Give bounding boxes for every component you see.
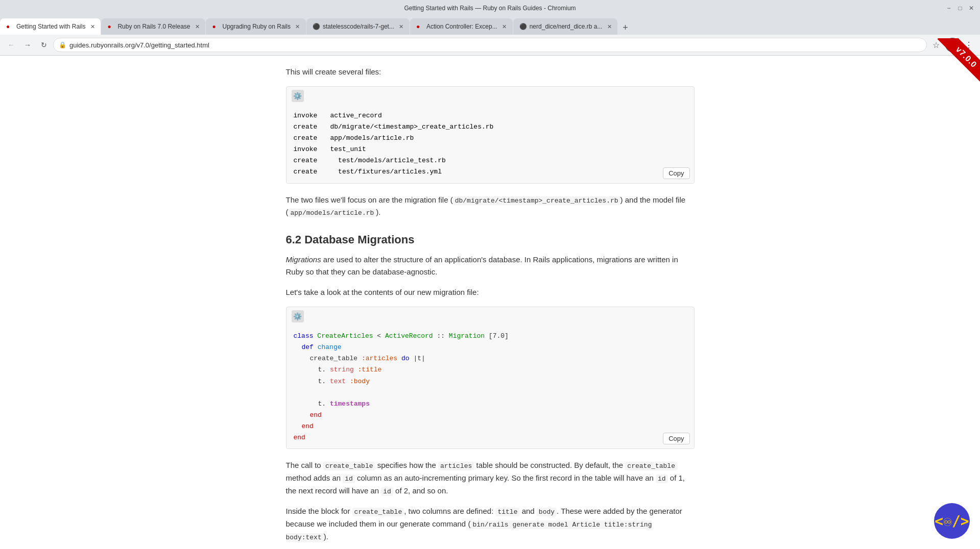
gear-icon: ⚙️ bbox=[292, 90, 304, 102]
bookmark-button[interactable]: ☆ bbox=[929, 38, 943, 52]
intro-para: This will create several files: bbox=[286, 66, 695, 78]
tab-label-4: statelesscode/rails-7-get... bbox=[323, 23, 394, 30]
anarchist-logo: <♾/> bbox=[934, 503, 970, 539]
ruby-line-3: create_table :articles do |t| bbox=[294, 353, 687, 364]
create-table-code-2: create_table bbox=[625, 462, 677, 470]
code-block-1: ⚙️ invoke active_record create db/migrat… bbox=[286, 86, 695, 184]
tab-close-6[interactable]: ✕ bbox=[605, 22, 613, 31]
tab-close-1[interactable]: ✕ bbox=[88, 22, 97, 31]
id-code-2: id bbox=[656, 475, 668, 483]
ruby-line-blank bbox=[294, 387, 687, 398]
address-bar: ← → ↻ 🔒 guides.rubyonrails.org/v7.0/gett… bbox=[0, 35, 980, 55]
id-code-1: id bbox=[343, 475, 355, 483]
code-block-2-header: ⚙️ bbox=[286, 307, 694, 326]
create-table-code-3: create_table bbox=[352, 508, 404, 516]
para-3: The call to create_table specifies how t… bbox=[286, 459, 695, 497]
migrations-italic: Migrations bbox=[286, 255, 321, 264]
tab-close-3[interactable]: ✕ bbox=[294, 22, 302, 31]
anarchist-logo-icon: <♾/> bbox=[935, 513, 969, 530]
ruby-line-6: t. timestamps bbox=[294, 398, 687, 410]
articles-code-1: articles bbox=[438, 462, 474, 470]
migrations-intro-para: Migrations are used to alter the structu… bbox=[286, 254, 695, 278]
tab-label-5: Action Controller: Excep... bbox=[426, 23, 497, 30]
para-1: The two files we'll focus on are the mig… bbox=[286, 194, 695, 219]
code-line-1: invoke active_record bbox=[294, 110, 687, 121]
model-file-code: app/models/article.rb bbox=[289, 209, 376, 217]
tab-favicon-6: ⚫ bbox=[519, 23, 527, 30]
create-table-code-1: create_table bbox=[323, 462, 375, 470]
para-2-text: Let's take a look at the contents of our… bbox=[286, 288, 479, 296]
ruby-line-4: t. string :title bbox=[294, 364, 687, 376]
tab-label-6: nerd_dice/nerd_dice.rb a... bbox=[530, 23, 603, 30]
forward-button[interactable]: → bbox=[20, 38, 35, 52]
copy-button-2[interactable]: Copy bbox=[663, 433, 689, 444]
tab-label-1: Getting Started with Rails bbox=[16, 23, 85, 30]
address-bar-right: ☆ 👤 ⋮ bbox=[929, 38, 976, 52]
code-line-3: create app/models/article.rb bbox=[294, 133, 687, 144]
tab-favicon-1: ● bbox=[6, 23, 13, 30]
window-title: Getting Started with Rails — Ruby on Rai… bbox=[404, 5, 576, 12]
generate-cmd-code: bin/rails generate model Article title:s… bbox=[286, 520, 652, 542]
tab-label-2: Ruby on Rails 7.0 Release bbox=[117, 23, 190, 30]
code-block-2: ⚙️ class CreateArticles < ActiveRecord :… bbox=[286, 307, 695, 449]
para-2: Let's take a look at the contents of our… bbox=[286, 286, 695, 298]
tab-rails-release[interactable]: ● Ruby on Rails 7.0 Release ✕ bbox=[101, 18, 205, 35]
ruby-line-7: end bbox=[294, 410, 687, 421]
section-heading-6-2: 6.2 Database Migrations bbox=[286, 233, 695, 246]
code-line-6: create test/fixtures/articles.yml bbox=[294, 166, 687, 178]
tab-statelesscode[interactable]: ⚫ statelesscode/rails-7-get... ✕ bbox=[306, 18, 410, 35]
profile-button[interactable]: 👤 bbox=[945, 38, 960, 52]
para-4: Inside the block for create_table, two c… bbox=[286, 505, 695, 543]
tab-favicon-4: ⚫ bbox=[313, 23, 320, 30]
lock-icon: 🔒 bbox=[59, 41, 66, 48]
code-line-5: create test/models/article_test.rb bbox=[294, 155, 687, 166]
tab-favicon-5: ● bbox=[416, 23, 423, 30]
url-bar[interactable]: 🔒 guides.rubyonrails.org/v7.0/getting_st… bbox=[53, 38, 927, 52]
reload-button[interactable]: ↻ bbox=[37, 38, 51, 52]
code-line-2: create db/migrate/<timestamp>_create_art… bbox=[294, 121, 687, 133]
code-block-1-header: ⚙️ bbox=[286, 87, 694, 105]
menu-button[interactable]: ⋮ bbox=[962, 38, 976, 52]
page-scroll-area[interactable]: This will create several files: ⚙️ invok… bbox=[0, 56, 980, 549]
tab-close-2[interactable]: ✕ bbox=[193, 22, 201, 31]
tab-action-controller[interactable]: ● Action Controller: Excep... ✕ bbox=[410, 18, 513, 35]
back-button[interactable]: ← bbox=[4, 38, 18, 52]
window-controls[interactable]: − □ ✕ bbox=[945, 5, 975, 12]
ruby-line-9: end bbox=[294, 432, 687, 443]
code-line-4: invoke test_unit bbox=[294, 144, 687, 155]
close-button[interactable]: ✕ bbox=[968, 5, 975, 12]
body-code: body bbox=[537, 508, 557, 516]
ruby-line-1: class CreateArticles < ActiveRecord :: M… bbox=[294, 331, 687, 342]
tab-getting-started[interactable]: ● Getting Started with Rails ✕ bbox=[0, 18, 101, 35]
intro-text: This will create several files: bbox=[286, 67, 381, 76]
migration-file-code: db/migrate/<timestamp>_create_articles.r… bbox=[453, 196, 620, 205]
tab-label-3: Upgrading Ruby on Rails bbox=[222, 23, 290, 30]
ruby-line-5: t. text :body bbox=[294, 376, 687, 387]
tabs-bar: ● Getting Started with Rails ✕ ● Ruby on… bbox=[0, 16, 980, 35]
tab-favicon-2: ● bbox=[107, 23, 114, 30]
gear-icon-2: ⚙️ bbox=[292, 310, 304, 322]
new-tab-button[interactable]: + bbox=[618, 20, 632, 35]
title-code: title bbox=[495, 508, 519, 516]
code-block-2-body: class CreateArticles < ActiveRecord :: M… bbox=[286, 326, 694, 448]
maximize-button[interactable]: □ bbox=[957, 5, 964, 12]
tab-upgrading[interactable]: ● Upgrading Ruby on Rails ✕ bbox=[206, 18, 305, 35]
tab-close-4[interactable]: ✕ bbox=[397, 22, 405, 31]
minimize-button[interactable]: − bbox=[945, 5, 952, 12]
page-content: This will create several files: ⚙️ invok… bbox=[271, 56, 710, 549]
title-bar: Getting Started with Rails — Ruby on Rai… bbox=[0, 0, 980, 16]
ruby-line-8: end bbox=[294, 421, 687, 432]
url-text: guides.rubyonrails.org/v7.0/getting_star… bbox=[69, 41, 921, 49]
ruby-line-2: def change bbox=[294, 342, 687, 353]
copy-button-1[interactable]: Copy bbox=[663, 167, 689, 179]
tab-favicon-3: ● bbox=[212, 23, 219, 30]
tab-close-5[interactable]: ✕ bbox=[500, 22, 509, 31]
id-code-3: id bbox=[381, 487, 393, 496]
code-block-1-body: invoke active_record create db/migrate/<… bbox=[286, 105, 694, 183]
tab-nerd-dice[interactable]: ⚫ nerd_dice/nerd_dice.rb a... ✕ bbox=[513, 18, 618, 35]
